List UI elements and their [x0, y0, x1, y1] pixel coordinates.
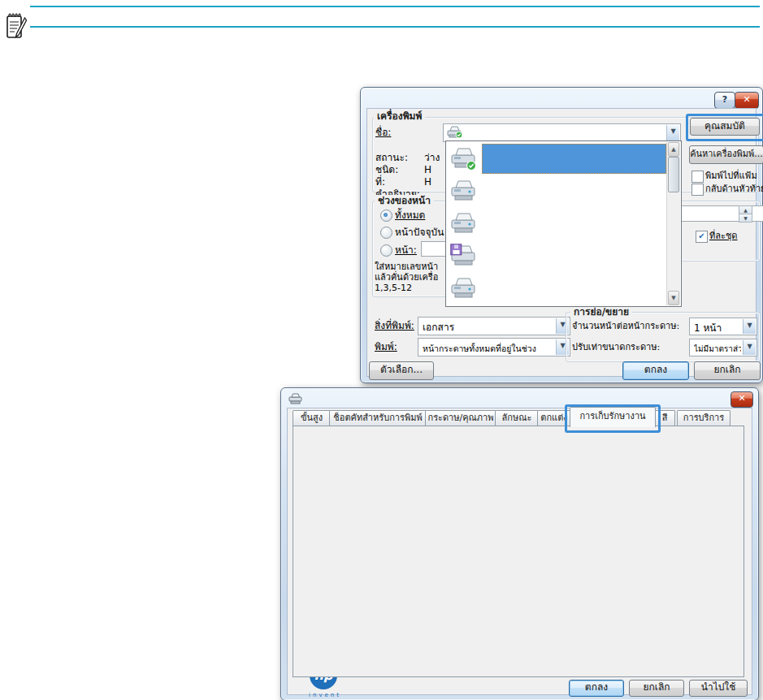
print-dialog-body: เครื่องพิมพ์ ชื่อ: สถานะ: ว่าง ชนิด: H ท…: [366, 108, 756, 377]
print-to-file-label: พิมพ์ไปที่แฟ้ม: [705, 171, 757, 182]
options-button[interactable]: ตัวเลือก...: [369, 361, 434, 380]
chevron-down-icon: ▼: [670, 127, 675, 135]
scroll-down-icon: ▼: [671, 295, 675, 301]
printer-stored-job-icon: [450, 243, 478, 271]
tab-advanced[interactable]: ขั้นสูง: [293, 410, 331, 426]
ok-button[interactable]: ตกลง: [569, 680, 624, 697]
selected-printer-highlight[interactable]: [482, 144, 666, 174]
close-button[interactable]: ✕: [735, 92, 759, 109]
type-value: H: [424, 164, 431, 176]
zoom-group-label: การย่อ/ขยาย: [570, 306, 632, 318]
printer-name-combobox[interactable]: ▼: [443, 123, 681, 142]
printer-list-item[interactable]: [446, 273, 681, 305]
printer-window-icon: [288, 392, 303, 407]
hp-invent-label: invent: [309, 692, 341, 698]
print-to-file-checkbox[interactable]: [691, 171, 704, 183]
scroll-up-button[interactable]: ▲: [668, 142, 679, 157]
status-value: ว่าง: [424, 152, 440, 164]
range-hint-line1: ใส่หมายเลขหน้า: [375, 261, 438, 273]
bottom-rule: [30, 26, 760, 28]
pages-per-sheet-value: 1 หน้า: [694, 320, 741, 335]
help-icon: ?: [722, 94, 727, 105]
job-storage-tab-callout: [565, 404, 661, 433]
printer-icon: [450, 178, 478, 206]
manual-duplex-label: กลับด้านหัวท้ายเอง: [705, 184, 763, 195]
printer-list-item[interactable]: [446, 143, 681, 175]
range-hint-line3: 1,3,5-12: [375, 283, 412, 294]
combo-dropdown-button[interactable]: ▼: [666, 125, 679, 140]
range-pages-label[interactable]: หน้า:: [395, 244, 417, 257]
tab-services[interactable]: การบริการ: [677, 410, 730, 426]
printer-icon: [450, 210, 478, 239]
cancel-button[interactable]: ยกเลิก: [694, 361, 761, 380]
close-button[interactable]: ✕: [730, 391, 753, 408]
range-all-radio[interactable]: [380, 210, 392, 222]
copies-spin-down[interactable]: ▼: [739, 214, 752, 223]
properties-button-callout: [686, 114, 763, 141]
chevron-down-icon[interactable]: ▼: [743, 340, 756, 355]
close-icon: ✕: [738, 393, 745, 404]
tab-printing-shortcuts[interactable]: ช็อตคัทสำหรับการพิมพ์: [329, 410, 427, 426]
range-all-label[interactable]: ทั้งหมด: [395, 210, 425, 222]
print-what-value: เอกสาร: [423, 319, 554, 335]
note-pencil-icon: [6, 11, 27, 43]
printer-group-label: เครื่องพิมพ์: [374, 110, 425, 122]
documentation-page: ? ✕ เครื่องพิมพ์ ชื่อ: สถานะ: ว่าง ชนิด:…: [0, 0, 763, 700]
scroll-up-icon: ▲: [671, 146, 675, 153]
pages-per-sheet-combobox[interactable]: 1 หน้า ▼: [689, 318, 757, 335]
ok-button[interactable]: ตกลง: [622, 361, 689, 380]
cancel-button[interactable]: ยกเลิก: [629, 680, 684, 697]
print-label: พิมพ์:: [375, 341, 397, 353]
printer-dropdown-list[interactable]: ▲ ▼: [445, 140, 682, 307]
apply-button[interactable]: นำไปใช้: [689, 680, 748, 697]
pages-per-sheet-label: จำนวนหน้าต่อหน้ากระดาษ:: [572, 321, 679, 332]
scale-value: ไม่มีมาตราส่วน: [694, 343, 741, 355]
status-label: สถานะ:: [375, 152, 408, 164]
range-hint-line2: แล้วคั่นด้วยเครื่อ: [375, 272, 438, 283]
print-what-label: สิ่งที่พิมพ์:: [375, 320, 414, 332]
printer-icon: [450, 275, 478, 304]
type-label: ชนิด:: [375, 164, 398, 176]
printer-default-icon: [450, 145, 478, 174]
scale-combobox[interactable]: ไม่มีมาตราส่วน ▼: [689, 339, 757, 356]
where-value: H: [424, 176, 431, 188]
list-scrollbar[interactable]: ▲ ▼: [666, 142, 680, 305]
printer-list-item[interactable]: [446, 175, 681, 208]
top-rule: [30, 6, 760, 7]
scrollbar-thumb[interactable]: [668, 157, 679, 192]
printer-name-label: ชื่อ:: [375, 127, 391, 139]
printer-list-item[interactable]: [446, 240, 681, 273]
spin-down-icon: ▼: [743, 215, 748, 221]
close-icon: ✕: [743, 94, 750, 105]
collate-label: ที่ละชุด: [709, 231, 738, 242]
scroll-down-button[interactable]: ▼: [668, 291, 679, 305]
page-range-label: ช่วงของหน้า: [375, 195, 434, 206]
print-value: หน้ากระดาษทั้งหมดที่อยู่ในช่วง: [423, 342, 554, 356]
range-current-label[interactable]: หน้าปัจจุบัน: [395, 227, 444, 239]
chevron-down-icon[interactable]: ▼: [743, 319, 756, 334]
print-what-combobox[interactable]: เอกสาร ▼: [418, 317, 570, 335]
tab-panel: [293, 426, 744, 677]
tab-paper-quality[interactable]: กระดาษ/คุณภาพ: [425, 410, 496, 426]
range-pages-radio[interactable]: [380, 244, 392, 257]
printer-default-small-icon: [447, 125, 463, 141]
collate-checkbox[interactable]: ✔: [696, 231, 708, 243]
where-label: ที่:: [375, 176, 385, 188]
scale-label: ปรับเท่าขนาดกระดาษ:: [572, 342, 660, 353]
printer-list-item[interactable]: [446, 208, 681, 240]
print-dialog-window: ? ✕ เครื่องพิมพ์ ชื่อ: สถานะ: ว่าง ชนิด:…: [360, 87, 763, 383]
find-printer-button[interactable]: ค้นหาเครื่องพิมพ์...: [689, 145, 763, 164]
properties-dialog-body: ขั้นสูง ช็อตคัทสำหรับการพิมพ์ กระดาษ/คุณ…: [287, 408, 752, 695]
spin-up-icon: ▲: [743, 207, 748, 213]
check-icon: ✔: [698, 231, 704, 240]
print-combobox[interactable]: หน้ากระดาษทั้งหมดที่อยู่ในช่วง ▼: [418, 338, 570, 356]
range-current-radio[interactable]: [380, 227, 392, 239]
manual-duplex-checkbox[interactable]: [691, 184, 704, 196]
printer-properties-window: ✕ ขั้นสูง ช็อตคัทสำหรับการพิมพ์ กระดาษ/ค…: [280, 387, 759, 700]
help-button[interactable]: ?: [714, 92, 735, 109]
tab-effects[interactable]: ลักษณะ: [495, 410, 539, 426]
